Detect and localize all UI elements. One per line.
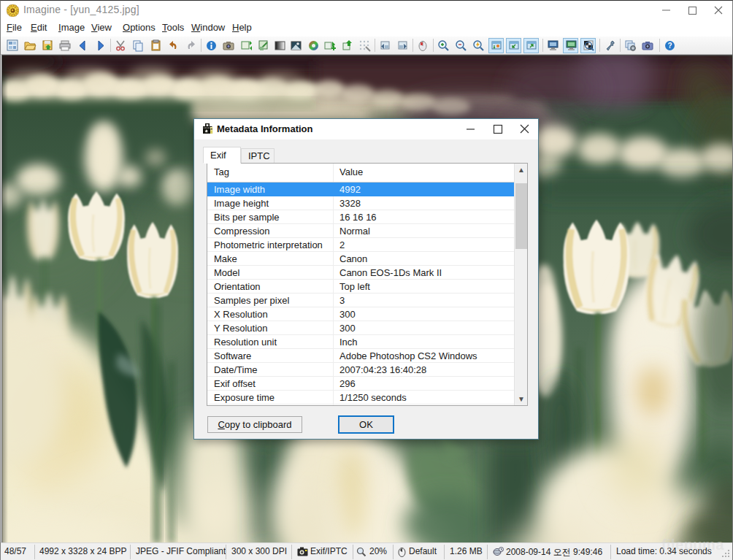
svg-text:?: ? [667,42,672,50]
